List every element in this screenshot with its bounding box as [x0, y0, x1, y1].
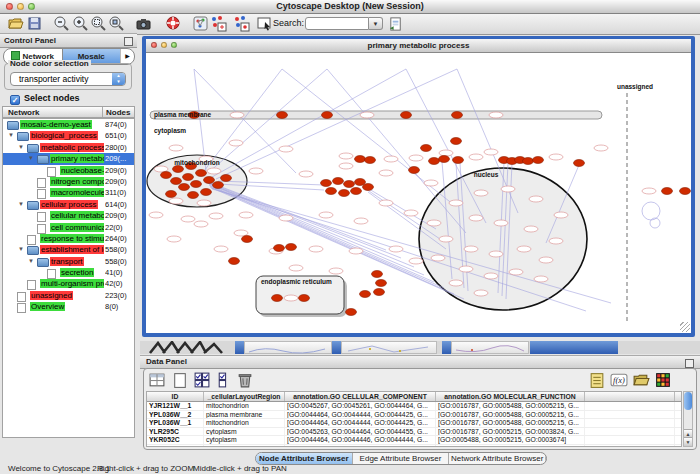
tree-row[interactable]: cellular metabo209(0): [3, 210, 134, 221]
save-session-button[interactable]: [26, 15, 43, 32]
tree-row[interactable]: ▼primary metabo209(...: [3, 153, 134, 164]
table-cell[interactable]: YDR039C__1: [147, 445, 204, 447]
network-node[interactable]: [344, 181, 355, 188]
table-cell[interactable]: plasma membrane: [204, 411, 285, 419]
node-color-dropdown[interactable]: transporter activity ▲▼: [10, 72, 126, 86]
zoom-selected-button[interactable]: [108, 15, 125, 32]
tree-row[interactable]: ▼transport558(0): [3, 256, 134, 267]
zoom-out-button[interactable]: [53, 15, 70, 32]
network-node[interactable]: [339, 190, 350, 197]
attribute-table-button[interactable]: [148, 371, 166, 389]
background-window-corner[interactable]: [332, 341, 341, 354]
zoom-in-button[interactable]: [72, 15, 89, 32]
network-node[interactable]: [453, 157, 464, 164]
network-node[interactable]: [183, 174, 194, 181]
network-node[interactable]: [274, 245, 285, 252]
network-node[interactable]: [533, 157, 544, 164]
expand-arrow-icon[interactable]: ▼: [18, 144, 24, 150]
network-node[interactable]: [574, 160, 585, 167]
table-cell[interactable]: [585, 428, 675, 436]
network-node[interactable]: [171, 178, 182, 185]
network-node[interactable]: [272, 295, 283, 302]
network-node[interactable]: [376, 280, 387, 287]
table-cell[interactable]: cytoplasm: [204, 428, 285, 436]
network-node[interactable]: [662, 188, 673, 195]
table-cell[interactable]: cytoplasm: [204, 436, 285, 444]
tree-row[interactable]: mosaic-demo-yeast874(0): [3, 119, 134, 130]
network-canvas[interactable]: plasma membranecytoplasmmitochondrionnuc…: [146, 53, 691, 333]
column-header[interactable]: _cellularLayoutRegion: [204, 392, 285, 401]
zoom-fit-button[interactable]: [90, 15, 107, 32]
annotation-box-button[interactable]: [256, 15, 273, 32]
background-window-preview[interactable]: [341, 341, 437, 354]
tree-row[interactable]: macromolecule311(0): [3, 187, 134, 198]
background-window-preview[interactable]: [451, 341, 529, 354]
network-node[interactable]: [523, 158, 534, 165]
table-row[interactable]: YDR039C__1mitochondrion[GO:0044464, GO:0…: [147, 445, 681, 447]
delete-attribute-button[interactable]: [236, 371, 254, 389]
table-cell[interactable]: [585, 445, 675, 447]
network-node[interactable]: [221, 175, 232, 182]
network-node[interactable]: [333, 178, 344, 185]
network-node[interactable]: [286, 244, 297, 251]
network-node[interactable]: [277, 112, 288, 119]
attribute-editor-button[interactable]: [588, 371, 606, 389]
table-cell[interactable]: [GO:0045263, GO:0044464, GO:0044455, G..…: [285, 428, 436, 436]
network-node[interactable]: [179, 184, 190, 191]
network-node[interactable]: [409, 167, 420, 174]
function-builder-button[interactable]: f(x): [610, 371, 628, 389]
table-scrollbar[interactable]: ▲ ▼: [683, 391, 693, 447]
network-node[interactable]: [680, 188, 691, 195]
table-cell[interactable]: YPL036W__1: [147, 419, 204, 427]
network-node[interactable]: [421, 145, 432, 152]
tree-row[interactable]: nitrogen compo209(0): [3, 176, 134, 187]
table-row[interactable]: YPL036W__2plasma membrane[GO:0044464, GO…: [147, 411, 681, 420]
tree-row[interactable]: cell communicat22(0): [3, 222, 134, 233]
network-node[interactable]: [363, 184, 374, 191]
network-node[interactable]: [365, 157, 376, 164]
network-node[interactable]: [161, 172, 172, 179]
tree-row[interactable]: ▼biological_process651(0): [3, 130, 134, 141]
new-attribute-button[interactable]: [171, 371, 189, 389]
table-cell[interactable]: [GO:0016787, GO:0005488, GO:0005215, G..…: [436, 445, 585, 447]
network-node[interactable]: [401, 112, 412, 119]
network-node[interactable]: [346, 309, 357, 316]
network-node[interactable]: [204, 177, 215, 184]
network-node[interactable]: [326, 188, 337, 195]
float-panel-icon[interactable]: [124, 37, 133, 46]
network-node[interactable]: [351, 188, 362, 195]
tab-overflow-arrow[interactable]: ▶: [120, 49, 134, 64]
tree-row[interactable]: nucleobase-209(0): [3, 165, 134, 176]
tree-row[interactable]: Overview8(0): [3, 301, 134, 312]
table-cell[interactable]: [GO:0016787, GO:0005488, GO:0005215, G..…: [436, 411, 585, 419]
expand-arrow-icon[interactable]: ▼: [28, 258, 34, 264]
column-header[interactable]: annotation.GO CELLULAR_COMPONENT: [285, 392, 436, 401]
table-cell[interactable]: [GO:0016787, GO:0005488, GO:0005215, G..…: [436, 419, 585, 427]
table-cell[interactable]: YLR295C: [147, 428, 204, 436]
network-node[interactable]: [166, 191, 177, 198]
background-window-corner[interactable]: [442, 341, 451, 354]
open-session-button[interactable]: [7, 15, 24, 32]
table-cell[interactable]: YPL036W__2: [147, 411, 204, 419]
background-window-corner[interactable]: [235, 341, 244, 354]
view-minimize-button[interactable]: [161, 42, 167, 48]
table-cell[interactable]: mitochondrion: [204, 402, 285, 410]
network-node[interactable]: [191, 181, 202, 188]
float-data-panel-icon[interactable]: [685, 359, 694, 368]
network-node[interactable]: [213, 182, 224, 189]
network-node[interactable]: [196, 170, 207, 177]
table-cell[interactable]: [585, 411, 675, 419]
network-node[interactable]: [439, 156, 450, 163]
table-row[interactable]: YJR121W__1mitochondrion[GO:0045267, GO:0…: [147, 402, 681, 411]
network-node[interactable]: [355, 156, 366, 163]
network-node[interactable]: [299, 295, 310, 302]
table-cell[interactable]: [GO:0016787, GO:0005215, GO:0003824, G..…: [436, 428, 585, 436]
scrollbar-thumb[interactable]: [684, 392, 692, 410]
search-input[interactable]: [305, 17, 369, 30]
network-node[interactable]: [242, 236, 253, 243]
table-cell[interactable]: [GO:0044464, GO:0044444, GO:0044425, G..…: [285, 445, 436, 447]
select-attributes-button[interactable]: [193, 371, 211, 389]
view-zoom-button[interactable]: [171, 42, 177, 48]
view-close-button[interactable]: [151, 42, 157, 48]
network-node[interactable]: [451, 138, 462, 145]
